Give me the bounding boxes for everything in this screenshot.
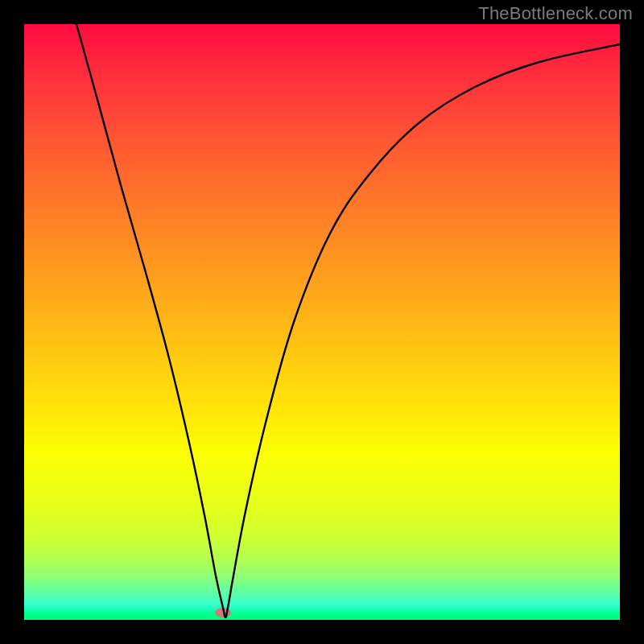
bottleneck-curve: [76, 24, 620, 617]
watermark-text: TheBottleneck.com: [478, 3, 633, 24]
curve-overlay: [24, 24, 620, 620]
